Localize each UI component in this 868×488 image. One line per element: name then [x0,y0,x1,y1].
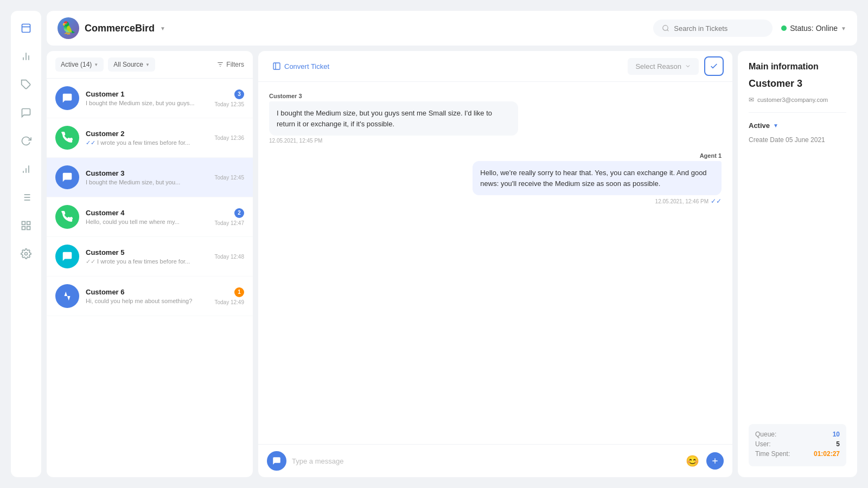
read-receipt-icon: ✓✓ [711,197,722,205]
ticket-preview: I bought the Medium size, but you guys..… [86,100,208,106]
app-name: CommerceBird [85,23,155,34]
select-reason-button[interactable]: Select Reason [628,58,699,75]
search-input[interactable] [674,24,764,33]
filters-label: Filters [226,61,244,68]
status-dropdown-arrow[interactable]: ▼ [841,25,846,31]
status-dot [781,25,787,31]
ticket-info: Customer 2 ✓✓ I wrote you a few times be… [86,130,208,146]
ticket-badge: 1 [234,287,244,297]
sidebar-item-chat[interactable] [17,104,35,121]
confirm-icon [710,62,718,70]
message-time: 12.05.2021, 12:45 PM [269,138,518,144]
emoji-button[interactable]: 😊 [684,452,701,470]
ticket-preview: Hi, could you help me about something? [86,298,208,304]
source-filter-button[interactable]: All Source ▼ [108,57,155,72]
svg-line-21 [667,30,669,31]
ticket-item[interactable]: Customer 2 ✓✓ I wrote you a few times be… [47,118,253,158]
queue-value: 10 [833,431,840,438]
ticket-customer-name: Customer 5 [86,248,208,256]
avatar [55,86,79,110]
status-row: Active ▼ [749,121,846,130]
header: 🦜 CommerceBird ▼ Status: Online ▼ [47,11,857,46]
sidebar-item-analytics[interactable] [17,48,35,65]
ticket-customer-name: Customer 1 [86,90,208,98]
user-label: User: [755,440,771,448]
content-area: Active (14) ▼ All Source ▼ Filters [47,51,857,477]
sidebar-item-inbox[interactable] [17,20,35,37]
logo: 🦜 [58,17,79,39]
time-spent-label: Time Spent: [755,450,790,458]
add-attachment-button[interactable] [706,452,724,470]
convert-ticket-button[interactable]: Convert Ticket [267,59,335,74]
user-value: 5 [836,440,840,448]
search-icon [662,24,669,33]
header-right: Status: Online ▼ [653,20,846,37]
stats-box: Queue: 10 User: 5 Time Spent: 01:02:27 [749,424,846,466]
sidebar-item-tag[interactable] [17,76,35,93]
status-indicator: Status: Online ▼ [781,24,846,33]
sidebar-item-settings[interactable] [17,245,35,262]
sidebar-item-reports[interactable] [17,160,35,178]
ticket-item[interactable]: Customer 1 I bought the Medium size, but… [47,79,253,118]
ticket-item[interactable]: Customer 4 Hello, could you tell me wher… [47,197,253,237]
app-dropdown-arrow[interactable]: ▼ [160,25,165,31]
sidebar-item-list[interactable] [17,189,35,206]
avatar [55,245,79,268]
svg-rect-15 [22,222,25,225]
ticket-meta: Today 12:45 [215,175,245,181]
status-label: Status: Online [790,24,838,33]
avatar [55,205,79,229]
ticket-customer-name: Customer 6 [86,288,208,296]
ticket-meta: 2 Today 12:47 [215,208,245,226]
ticket-info: Customer 4 Hello, could you tell me wher… [86,209,208,225]
customer-email: ✉ customer3@company.com [749,96,846,104]
avatar [55,165,79,189]
chat-messages: Customer 3 I bought the Medium size, but… [258,82,732,444]
search-bar[interactable] [653,20,773,37]
message-text: I bought the Medium size, but you guys s… [269,101,518,136]
source-filter-label: All Source [113,61,143,68]
avatar [55,284,79,308]
ticket-item[interactable]: Customer 3 I bought the Medium size, but… [47,158,253,197]
source-filter-arrow: ▼ [145,62,150,67]
ticket-preview: ✓✓ I wrote you a few times before for... [86,258,208,265]
ticket-info: Customer 5 ✓✓ I wrote you a few times be… [86,248,208,265]
svg-rect-0 [22,24,30,33]
ticket-time: Today 12:35 [215,101,245,107]
ticket-info: Customer 1 I bought the Medium size, but… [86,90,208,106]
chat-toolbar: Convert Ticket Select Reason [258,51,732,82]
message-input[interactable] [292,457,678,465]
header-left: 🦜 CommerceBird ▼ [58,17,165,39]
ticket-item[interactable]: Customer 6 Hi, could you help me about s… [47,277,253,316]
email-address: customer3@company.com [757,97,828,103]
ticket-item[interactable]: Customer 5 ✓✓ I wrote you a few times be… [47,237,253,277]
chat-input-area: 😊 [258,444,732,477]
create-date: Create Date 05 June 2021 [749,136,846,144]
email-icon: ✉ [749,96,754,104]
filters-button[interactable]: Filters [216,61,244,68]
status-filter-button[interactable]: Active (14) ▼ [55,57,104,72]
sidebar-item-refresh[interactable] [17,132,35,150]
ticket-meta: Today 12:36 [215,135,245,141]
status-dropdown-icon[interactable]: ▼ [773,123,778,129]
svg-rect-16 [27,222,30,225]
ticket-info: Customer 6 Hi, could you help me about s… [86,288,208,304]
add-icon [711,457,719,465]
chat-input-icon [267,451,286,471]
select-reason-label: Select Reason [635,62,681,70]
ticket-time: Today 12:36 [215,135,245,141]
ticket-time: Today 12:49 [215,299,245,305]
filter-icon [216,61,224,68]
status-filter-arrow: ▼ [94,62,98,67]
confirm-button[interactable] [704,56,724,76]
select-reason-arrow [685,63,691,69]
ticket-badge: 3 [234,89,244,99]
info-panel: Main information Customer 3 ✉ customer3@… [738,51,857,477]
svg-rect-18 [22,227,25,230]
ticket-meta: 1 Today 12:49 [215,287,245,305]
stat-row-queue: Queue: 10 [755,431,840,438]
ticket-preview: Hello, could you tell me where my... [86,219,208,225]
ticket-filters: Active (14) ▼ All Source ▼ Filters [47,51,253,79]
sidebar-item-grid[interactable] [17,217,35,234]
ticket-customer-name: Customer 2 [86,130,208,138]
